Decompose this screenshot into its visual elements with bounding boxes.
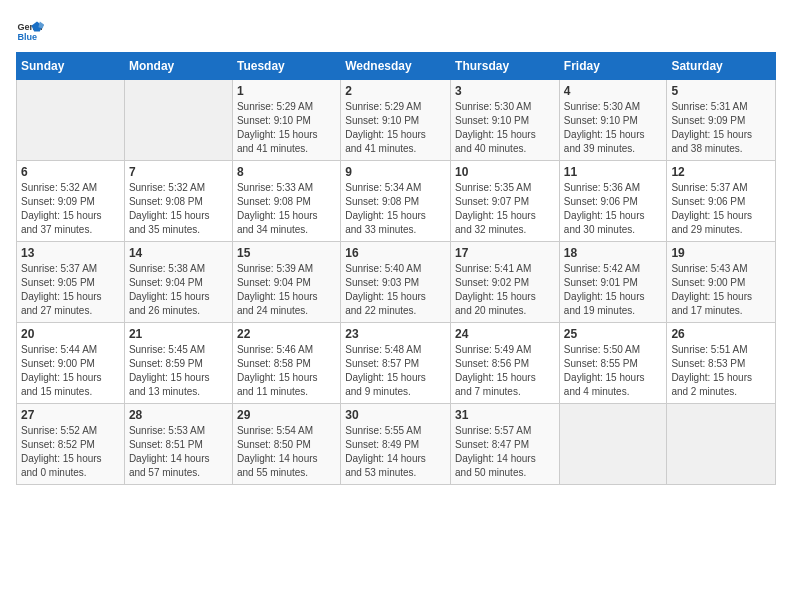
day-detail: Sunrise: 5:37 AM Sunset: 9:05 PM Dayligh… (21, 262, 120, 318)
day-number: 2 (345, 84, 446, 98)
day-detail: Sunrise: 5:34 AM Sunset: 9:08 PM Dayligh… (345, 181, 446, 237)
header: General Blue (16, 16, 776, 44)
calendar-cell (17, 80, 125, 161)
calendar-cell: 20Sunrise: 5:44 AM Sunset: 9:00 PM Dayli… (17, 323, 125, 404)
logo-icon: General Blue (16, 16, 44, 44)
day-detail: Sunrise: 5:52 AM Sunset: 8:52 PM Dayligh… (21, 424, 120, 480)
day-number: 6 (21, 165, 120, 179)
calendar-cell: 1Sunrise: 5:29 AM Sunset: 9:10 PM Daylig… (232, 80, 340, 161)
day-number: 28 (129, 408, 228, 422)
day-detail: Sunrise: 5:36 AM Sunset: 9:06 PM Dayligh… (564, 181, 663, 237)
day-number: 14 (129, 246, 228, 260)
day-header-friday: Friday (559, 53, 667, 80)
day-detail: Sunrise: 5:30 AM Sunset: 9:10 PM Dayligh… (564, 100, 663, 156)
day-number: 13 (21, 246, 120, 260)
calendar-cell: 3Sunrise: 5:30 AM Sunset: 9:10 PM Daylig… (451, 80, 560, 161)
day-detail: Sunrise: 5:38 AM Sunset: 9:04 PM Dayligh… (129, 262, 228, 318)
calendar-cell: 24Sunrise: 5:49 AM Sunset: 8:56 PM Dayli… (451, 323, 560, 404)
day-header-thursday: Thursday (451, 53, 560, 80)
day-number: 19 (671, 246, 771, 260)
logo: General Blue (16, 16, 44, 44)
day-detail: Sunrise: 5:42 AM Sunset: 9:01 PM Dayligh… (564, 262, 663, 318)
day-number: 22 (237, 327, 336, 341)
calendar-cell: 11Sunrise: 5:36 AM Sunset: 9:06 PM Dayli… (559, 161, 667, 242)
day-number: 27 (21, 408, 120, 422)
day-detail: Sunrise: 5:32 AM Sunset: 9:09 PM Dayligh… (21, 181, 120, 237)
day-detail: Sunrise: 5:57 AM Sunset: 8:47 PM Dayligh… (455, 424, 555, 480)
day-number: 18 (564, 246, 663, 260)
day-detail: Sunrise: 5:31 AM Sunset: 9:09 PM Dayligh… (671, 100, 771, 156)
day-number: 17 (455, 246, 555, 260)
calendar-cell: 15Sunrise: 5:39 AM Sunset: 9:04 PM Dayli… (232, 242, 340, 323)
day-detail: Sunrise: 5:39 AM Sunset: 9:04 PM Dayligh… (237, 262, 336, 318)
calendar-cell: 22Sunrise: 5:46 AM Sunset: 8:58 PM Dayli… (232, 323, 340, 404)
day-detail: Sunrise: 5:30 AM Sunset: 9:10 PM Dayligh… (455, 100, 555, 156)
day-number: 10 (455, 165, 555, 179)
day-number: 15 (237, 246, 336, 260)
calendar-cell: 18Sunrise: 5:42 AM Sunset: 9:01 PM Dayli… (559, 242, 667, 323)
calendar-cell: 12Sunrise: 5:37 AM Sunset: 9:06 PM Dayli… (667, 161, 776, 242)
calendar-cell: 21Sunrise: 5:45 AM Sunset: 8:59 PM Dayli… (124, 323, 232, 404)
calendar-cell (667, 404, 776, 485)
day-number: 31 (455, 408, 555, 422)
day-header-tuesday: Tuesday (232, 53, 340, 80)
day-header-saturday: Saturday (667, 53, 776, 80)
day-detail: Sunrise: 5:33 AM Sunset: 9:08 PM Dayligh… (237, 181, 336, 237)
calendar-cell (124, 80, 232, 161)
day-detail: Sunrise: 5:51 AM Sunset: 8:53 PM Dayligh… (671, 343, 771, 399)
calendar-cell: 25Sunrise: 5:50 AM Sunset: 8:55 PM Dayli… (559, 323, 667, 404)
day-detail: Sunrise: 5:37 AM Sunset: 9:06 PM Dayligh… (671, 181, 771, 237)
day-detail: Sunrise: 5:50 AM Sunset: 8:55 PM Dayligh… (564, 343, 663, 399)
day-header-wednesday: Wednesday (341, 53, 451, 80)
day-detail: Sunrise: 5:41 AM Sunset: 9:02 PM Dayligh… (455, 262, 555, 318)
calendar-cell: 6Sunrise: 5:32 AM Sunset: 9:09 PM Daylig… (17, 161, 125, 242)
calendar-cell: 30Sunrise: 5:55 AM Sunset: 8:49 PM Dayli… (341, 404, 451, 485)
calendar-cell: 4Sunrise: 5:30 AM Sunset: 9:10 PM Daylig… (559, 80, 667, 161)
calendar-cell: 2Sunrise: 5:29 AM Sunset: 9:10 PM Daylig… (341, 80, 451, 161)
calendar-cell: 16Sunrise: 5:40 AM Sunset: 9:03 PM Dayli… (341, 242, 451, 323)
calendar-table: SundayMondayTuesdayWednesdayThursdayFrid… (16, 52, 776, 485)
day-detail: Sunrise: 5:49 AM Sunset: 8:56 PM Dayligh… (455, 343, 555, 399)
day-detail: Sunrise: 5:32 AM Sunset: 9:08 PM Dayligh… (129, 181, 228, 237)
calendar-cell: 10Sunrise: 5:35 AM Sunset: 9:07 PM Dayli… (451, 161, 560, 242)
week-row-2: 6Sunrise: 5:32 AM Sunset: 9:09 PM Daylig… (17, 161, 776, 242)
week-row-3: 13Sunrise: 5:37 AM Sunset: 9:05 PM Dayli… (17, 242, 776, 323)
calendar-cell: 26Sunrise: 5:51 AM Sunset: 8:53 PM Dayli… (667, 323, 776, 404)
day-detail: Sunrise: 5:45 AM Sunset: 8:59 PM Dayligh… (129, 343, 228, 399)
week-row-4: 20Sunrise: 5:44 AM Sunset: 9:00 PM Dayli… (17, 323, 776, 404)
day-detail: Sunrise: 5:53 AM Sunset: 8:51 PM Dayligh… (129, 424, 228, 480)
day-detail: Sunrise: 5:29 AM Sunset: 9:10 PM Dayligh… (345, 100, 446, 156)
day-header-monday: Monday (124, 53, 232, 80)
day-number: 3 (455, 84, 555, 98)
day-number: 4 (564, 84, 663, 98)
day-detail: Sunrise: 5:43 AM Sunset: 9:00 PM Dayligh… (671, 262, 771, 318)
day-number: 29 (237, 408, 336, 422)
day-detail: Sunrise: 5:35 AM Sunset: 9:07 PM Dayligh… (455, 181, 555, 237)
calendar-cell: 31Sunrise: 5:57 AM Sunset: 8:47 PM Dayli… (451, 404, 560, 485)
day-detail: Sunrise: 5:48 AM Sunset: 8:57 PM Dayligh… (345, 343, 446, 399)
calendar-cell: 9Sunrise: 5:34 AM Sunset: 9:08 PM Daylig… (341, 161, 451, 242)
calendar-cell: 14Sunrise: 5:38 AM Sunset: 9:04 PM Dayli… (124, 242, 232, 323)
day-number: 30 (345, 408, 446, 422)
calendar-cell (559, 404, 667, 485)
day-number: 12 (671, 165, 771, 179)
calendar-cell: 8Sunrise: 5:33 AM Sunset: 9:08 PM Daylig… (232, 161, 340, 242)
day-number: 23 (345, 327, 446, 341)
calendar-cell: 29Sunrise: 5:54 AM Sunset: 8:50 PM Dayli… (232, 404, 340, 485)
day-number: 21 (129, 327, 228, 341)
day-number: 1 (237, 84, 336, 98)
day-number: 11 (564, 165, 663, 179)
calendar-cell: 19Sunrise: 5:43 AM Sunset: 9:00 PM Dayli… (667, 242, 776, 323)
calendar-cell: 17Sunrise: 5:41 AM Sunset: 9:02 PM Dayli… (451, 242, 560, 323)
day-number: 5 (671, 84, 771, 98)
day-number: 24 (455, 327, 555, 341)
svg-text:Blue: Blue (17, 32, 37, 42)
calendar-cell: 27Sunrise: 5:52 AM Sunset: 8:52 PM Dayli… (17, 404, 125, 485)
day-number: 25 (564, 327, 663, 341)
day-detail: Sunrise: 5:55 AM Sunset: 8:49 PM Dayligh… (345, 424, 446, 480)
day-detail: Sunrise: 5:40 AM Sunset: 9:03 PM Dayligh… (345, 262, 446, 318)
day-number: 16 (345, 246, 446, 260)
day-detail: Sunrise: 5:54 AM Sunset: 8:50 PM Dayligh… (237, 424, 336, 480)
week-row-1: 1Sunrise: 5:29 AM Sunset: 9:10 PM Daylig… (17, 80, 776, 161)
calendar-cell: 5Sunrise: 5:31 AM Sunset: 9:09 PM Daylig… (667, 80, 776, 161)
